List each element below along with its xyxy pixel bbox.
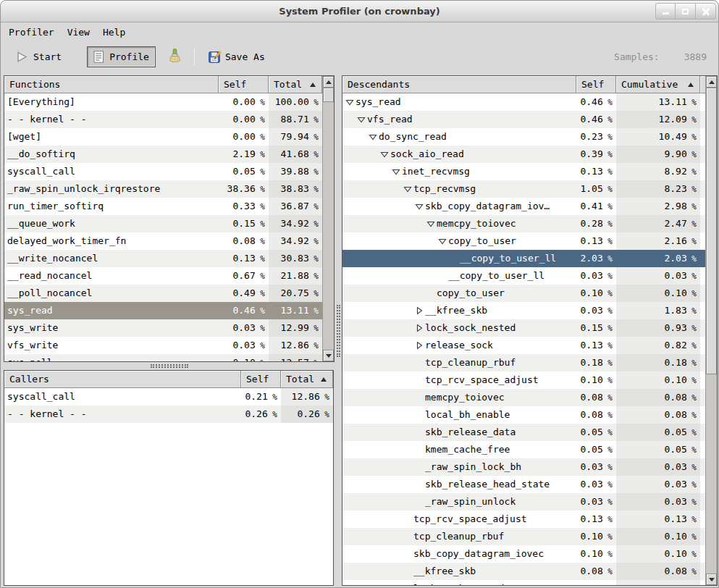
table-row[interactable]: syscall_call0.05 %39.88 %	[4, 163, 322, 180]
table-row[interactable]: __queue_work0.15 %34.92 %	[4, 215, 322, 232]
descendants-scrollbar[interactable]	[705, 76, 717, 585]
minimize-button[interactable]	[655, 3, 676, 20]
scroll-down-button[interactable]	[323, 350, 334, 361]
horizontal-splitter[interactable]	[4, 362, 335, 370]
table-row[interactable]: sys_read0.46 %13.11 %	[342, 93, 705, 111]
table-row[interactable]: local_bh_enable0.08 %0.08 %	[342, 406, 705, 424]
table-row[interactable]: memcpy_toiovec0.08 %0.08 %	[342, 389, 705, 406]
table-row[interactable]: sys_read0.46 %13.11 %	[4, 302, 322, 319]
table-row[interactable]: - - kernel - -0.00 %88.71 %	[4, 111, 322, 128]
table-row[interactable]: skb_release_data0.05 %0.05 %	[342, 424, 705, 441]
table-row[interactable]: __copy_to_user_ll0.03 %0.03 %	[342, 267, 705, 285]
table-row[interactable]: do_sync_read0.23 %10.49 %	[342, 128, 705, 146]
table-row[interactable]: lock_sock_nested0.15 %0.93 %	[342, 319, 705, 337]
scrollbar-thumb[interactable]	[706, 88, 717, 374]
symbol-label: copy_to_user	[437, 285, 505, 302]
table-row[interactable]: __poll_nocancel0.49 %20.75 %	[4, 285, 322, 302]
scroll-down-button[interactable]	[706, 574, 717, 585]
table-row[interactable]: tcp_rcv_space_adjust0.13 %0.13 %	[342, 511, 705, 528]
table-row[interactable]: syscall_call0.21 %12.86 %	[4, 388, 333, 406]
table-row[interactable]: copy_to_user0.13 %2.16 %	[342, 232, 705, 250]
table-row[interactable]: tcp_cleanup_rbuf0.10 %0.10 %	[342, 528, 705, 545]
expander-open-icon[interactable]	[403, 185, 412, 193]
table-row[interactable]: __do_softirq2.19 %41.68 %	[4, 146, 322, 163]
close-button[interactable]	[696, 3, 716, 20]
table-row[interactable]: inet_recvmsg0.13 %8.92 %	[342, 163, 705, 180]
table-row[interactable]: tcp_recvmsg1.05 %8.23 %	[342, 180, 705, 198]
menu-item-view[interactable]: View	[61, 25, 96, 40]
table-row[interactable]: _raw_spin_unlock0.03 %0.03 %	[342, 493, 705, 511]
table-row[interactable]: vfs_read0.46 %12.09 %	[342, 111, 705, 128]
total-percent-cell: 12.86 %	[281, 388, 333, 406]
expander-open-icon[interactable]	[438, 237, 447, 245]
table-row[interactable]: tcp_cleanup_rbuf0.18 %0.18 %	[342, 354, 705, 371]
column-header-self[interactable]: Self	[576, 76, 616, 93]
column-header-functions[interactable]: Functions	[4, 76, 219, 93]
maximize-button[interactable]	[676, 3, 696, 20]
menu-item-profiler[interactable]: Profiler	[2, 25, 61, 40]
expander-open-icon[interactable]	[357, 115, 366, 124]
expander-open-icon[interactable]	[415, 202, 424, 211]
table-row[interactable]: memcpy_toiovec0.28 %2.47 %	[342, 215, 705, 232]
window-titlebar[interactable]: System Profiler (on crownbay)	[1, 1, 718, 22]
column-header-callers[interactable]: Callers	[4, 371, 241, 388]
reset-button[interactable]	[164, 45, 185, 68]
table-row[interactable]: __write_nocancel0.13 %30.83 %	[4, 250, 322, 267]
expander-closed-icon[interactable]	[415, 306, 424, 315]
start-button[interactable]: Start	[9, 46, 68, 67]
table-row[interactable]: delayed_work_timer_fn0.08 %34.92 %	[4, 232, 322, 250]
functions-scrollbar[interactable]	[322, 76, 334, 361]
menu-item-help[interactable]: Help	[96, 25, 132, 40]
table-row[interactable]: lock_sock_nested0.03 %0.03 %	[342, 580, 705, 585]
expander-open-icon[interactable]	[369, 133, 377, 141]
expander-open-icon[interactable]	[426, 219, 435, 228]
expander-closed-icon[interactable]	[415, 324, 424, 332]
table-row[interactable]: sock_aio_read0.39 %9.90 %	[342, 146, 705, 163]
table-row[interactable]: - - kernel - -0.26 %0.26 %	[4, 406, 333, 423]
table-row[interactable]: __kfree_skb0.08 %0.08 %	[342, 563, 705, 580]
table-row[interactable]: __copy_to_user_ll2.03 %2.03 %	[342, 250, 705, 267]
symbol-name-cell: do_sync_read	[342, 128, 576, 146]
table-row[interactable]: skb_release_head_state0.03 %0.03 %	[342, 476, 705, 493]
table-row[interactable]: skb_copy_datagram_iov…0.41 %2.98 %	[342, 198, 705, 215]
vertical-splitter[interactable]	[335, 75, 342, 586]
table-row[interactable]: release_sock0.13 %0.82 %	[342, 337, 705, 354]
scroll-up-button[interactable]	[706, 76, 717, 88]
scrollbar-trough[interactable]	[706, 374, 717, 574]
scrollbar-thumb[interactable]	[323, 88, 334, 102]
column-header-self[interactable]: Self	[241, 371, 281, 388]
total-percent-cell: 0.08 %	[616, 406, 700, 424]
column-header-cumulative[interactable]: Cumulative	[616, 76, 700, 93]
profile-icon	[93, 51, 104, 63]
table-row[interactable]: _raw_spin_unlock_irqrestore38.36 %38.83 …	[4, 180, 322, 198]
table-row[interactable]: sys_poll0.10 %12.57 %	[4, 354, 322, 361]
table-row[interactable]: _raw_spin_lock_bh0.03 %0.03 %	[342, 458, 705, 476]
table-row[interactable]: [Everything]0.00 %100.00 %	[4, 93, 322, 111]
table-row[interactable]: sys_write0.03 %12.99 %	[4, 319, 322, 337]
column-header-descendants[interactable]: Descendants	[342, 76, 576, 93]
self-percent-cell: 0.13 %	[576, 337, 616, 354]
self-percent-cell: 0.10 %	[576, 545, 616, 563]
expander-closed-icon[interactable]	[415, 341, 424, 350]
table-row[interactable]: kmem_cache_free0.05 %0.05 %	[342, 441, 705, 458]
self-percent-cell: 0.28 %	[576, 215, 616, 232]
column-header-total[interactable]: Total	[281, 371, 333, 388]
save-as-button[interactable]: Save As	[202, 46, 272, 68]
table-row[interactable]: __kfree_skb0.03 %1.83 %	[342, 302, 705, 319]
table-row[interactable]: __read_nocancel0.67 %21.88 %	[4, 267, 322, 285]
expander-open-icon[interactable]	[380, 150, 389, 159]
scroll-up-button[interactable]	[323, 76, 334, 88]
column-header-total[interactable]: Total	[269, 76, 322, 93]
table-row[interactable]: tcp_rcv_space_adjust0.10 %0.10 %	[342, 371, 705, 389]
table-row[interactable]: copy_to_user0.10 %0.10 %	[342, 285, 705, 302]
expander-open-icon[interactable]	[392, 167, 400, 176]
scrollbar-trough[interactable]	[323, 102, 334, 350]
profile-button[interactable]: Profile	[87, 46, 156, 67]
table-row[interactable]: vfs_write0.03 %12.86 %	[4, 337, 322, 354]
column-header-self[interactable]: Self	[219, 76, 269, 93]
table-row[interactable]: [wget]0.00 %79.94 %	[4, 128, 322, 146]
table-row[interactable]: run_timer_softirq0.33 %36.87 %	[4, 198, 322, 215]
expander-open-icon[interactable]	[345, 98, 354, 106]
table-row[interactable]: skb_copy_datagram_iovec0.10 %0.10 %	[342, 545, 705, 563]
total-percent-cell: 36.87 %	[269, 198, 322, 215]
